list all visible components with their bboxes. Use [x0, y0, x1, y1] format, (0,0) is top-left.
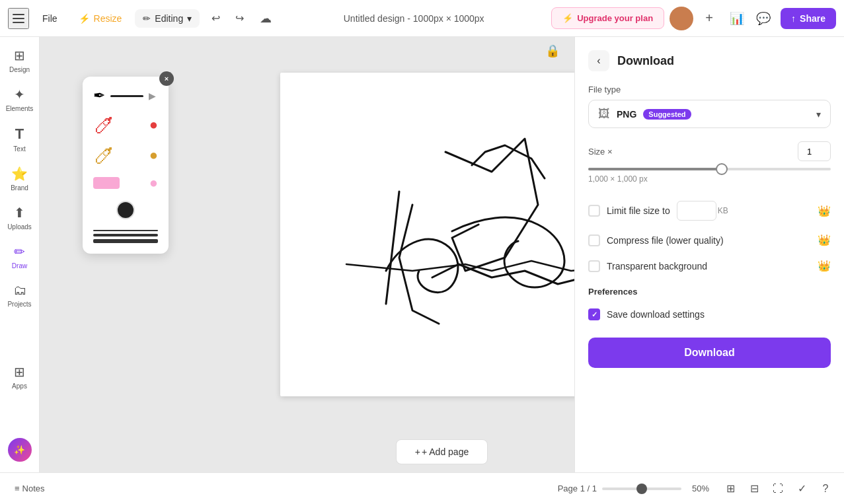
line-thickness-options	[88, 227, 163, 246]
sidebar-item-draw[interactable]: ✏ Draw	[2, 238, 38, 275]
file-type-left: 🖼 PNG Suggested	[598, 107, 691, 121]
file-menu-button[interactable]: File	[34, 9, 65, 28]
save-settings-row: Save download settings	[588, 302, 831, 327]
save-settings-left: Save download settings	[588, 308, 705, 320]
share-button[interactable]: ↑ Share	[781, 8, 836, 29]
page-slider[interactable]	[602, 487, 681, 490]
file-label: File	[42, 13, 58, 24]
size-input[interactable]	[798, 141, 831, 161]
undo-button[interactable]: ↩	[205, 8, 226, 29]
editing-label: Editing	[155, 13, 183, 24]
yellow-dot: ●	[149, 147, 158, 164]
grid-view-button[interactable]: ⊞	[720, 478, 741, 499]
compress-checkbox[interactable]	[588, 234, 600, 246]
projects-label: Projects	[7, 301, 31, 308]
resize-label: Resize	[94, 13, 122, 24]
add-collaborator-button[interactable]: +	[699, 8, 720, 29]
thumbnail-view-button[interactable]: ⊟	[744, 478, 765, 499]
editing-button[interactable]: ✏ Editing ▾	[135, 9, 200, 28]
brand-icon: ⭐	[11, 166, 28, 182]
pink-dot: ●	[149, 174, 158, 192]
notes-button[interactable]: ≡ Notes	[8, 480, 52, 497]
medium-line-option[interactable]	[93, 234, 158, 236]
limit-file-left: Limit file size to KB	[588, 201, 728, 221]
limit-file-checkbox[interactable]	[588, 205, 600, 217]
kb-input-wrapper: KB	[677, 201, 728, 221]
check-button[interactable]: ✓	[791, 478, 812, 499]
download-header: ‹ Download	[588, 50, 831, 71]
compress-file-row: Compress file (lower quality) 👑	[588, 227, 831, 253]
elements-label: Elements	[6, 105, 34, 112]
size-slider-thumb[interactable]	[716, 163, 728, 175]
sidebar-item-projects[interactable]: 🗂 Projects	[2, 277, 38, 313]
cloud-save-button[interactable]: ☁	[255, 8, 276, 29]
elements-icon: ✦	[14, 87, 25, 102]
help-button[interactable]: ?	[815, 478, 836, 499]
zoom-level[interactable]: 50%	[687, 481, 714, 496]
pen-tool-icon[interactable]: ✒	[93, 87, 105, 104]
topbar: File ⚡ Resize ✏ Editing ▾ ↩ ↪ ☁ Untitled…	[0, 0, 844, 37]
sidebar: ⊞ Design ✦ Elements T Text ⭐ Brand ⬆ Upl…	[0, 37, 40, 472]
canvas-lock-icon: 🔒	[545, 44, 560, 58]
red-dot: ●	[149, 116, 158, 133]
preferences-label: Preferences	[588, 287, 831, 297]
analytics-button[interactable]: 📊	[725, 7, 749, 30]
transparent-checkbox[interactable]	[588, 260, 600, 272]
sidebar-item-uploads[interactable]: ⬆ Uploads	[2, 199, 38, 236]
pink-highlighter-item[interactable]: ●	[88, 173, 163, 193]
size-dimensions: 1,000 × 1,000 px	[588, 174, 831, 184]
download-button[interactable]: Download	[588, 338, 831, 368]
fullscreen-button[interactable]: ⛶	[767, 478, 788, 499]
suggested-badge: Suggested	[643, 109, 691, 120]
redo-button[interactable]: ↪	[229, 8, 250, 29]
projects-icon: 🗂	[13, 283, 26, 298]
plus-icon: +	[415, 447, 420, 457]
red-marker-item[interactable]: 🖊 ●	[88, 112, 163, 137]
magic-button[interactable]: ✨	[8, 438, 32, 462]
tool-panel-close-button[interactable]: ×	[159, 71, 174, 86]
save-settings-checkbox[interactable]	[588, 308, 600, 320]
dropdown-arrow-icon: ▾	[816, 109, 821, 120]
sparkle-icon: ✨	[14, 445, 25, 455]
share-label: Share	[800, 13, 825, 24]
menu-button[interactable]	[8, 8, 29, 29]
design-canvas[interactable]	[280, 73, 604, 396]
apps-label: Apps	[12, 382, 27, 390]
undo-redo-group: ↩ ↪	[205, 8, 250, 29]
document-title: Untitled design - 1000px × 1000px	[282, 13, 546, 24]
sidebar-item-apps[interactable]: ⊞ Apps	[2, 359, 38, 395]
add-page-button[interactable]: + + Add page	[396, 439, 488, 464]
sidebar-item-text[interactable]: T Text	[2, 120, 38, 158]
sidebar-item-elements[interactable]: ✦ Elements	[2, 81, 38, 118]
apps-icon: ⊞	[14, 364, 25, 380]
file-type-label: File type	[588, 85, 831, 94]
canvas-signature	[280, 73, 604, 396]
canvas-area: × ✒ ▶ 🖊 ● 🖊 ● ●	[40, 37, 844, 472]
upgrade-label: Upgrade your plan	[577, 13, 653, 23]
resize-button[interactable]: ⚡ Resize	[71, 9, 130, 28]
design-icon: ⊞	[14, 48, 25, 63]
uploads-icon: ⬆	[14, 205, 25, 221]
comments-button[interactable]: 💬	[751, 7, 775, 30]
resize-icon: ⚡	[79, 13, 90, 24]
thin-line-option[interactable]	[93, 230, 158, 231]
yellow-marker-item[interactable]: 🖊 ●	[88, 143, 163, 168]
page-info: Page 1 / 1	[558, 484, 597, 493]
tool-panel: × ✒ ▶ 🖊 ● 🖊 ● ●	[83, 77, 169, 254]
compress-left: Compress file (lower quality)	[588, 234, 724, 246]
thick-line-option[interactable]	[93, 239, 158, 243]
download-back-button[interactable]: ‹	[588, 50, 609, 71]
page-slider-thumb[interactable]	[636, 484, 647, 494]
file-type-select[interactable]: 🖼 PNG Suggested ▾	[588, 100, 831, 128]
color-swatch[interactable]	[116, 201, 135, 219]
upgrade-button[interactable]: ⚡ Upgrade your plan	[551, 7, 664, 29]
user-avatar[interactable]	[670, 7, 693, 30]
compress-crown-icon: 👑	[818, 234, 831, 246]
sidebar-item-brand[interactable]: ⭐ Brand	[2, 161, 38, 197]
download-panel: ‹ Download File type 🖼 PNG Suggested ▾ S…	[574, 37, 844, 472]
size-slider-fill	[588, 168, 722, 170]
chevron-down-icon: ▾	[187, 13, 192, 24]
bottom-icons: ⊞ ⊟ ⛶ ✓ ?	[720, 478, 836, 499]
sidebar-item-design[interactable]: ⊞ Design	[2, 42, 38, 79]
kb-input[interactable]	[677, 201, 716, 221]
